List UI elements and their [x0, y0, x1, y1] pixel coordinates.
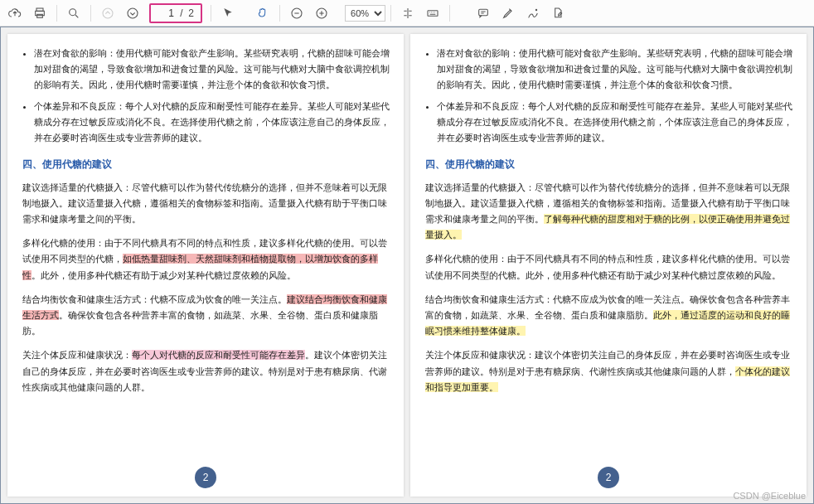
page-right: 潜在对食欲的影响：使用代糖可能对食欲产生影响。某些研究表明，代糖的甜味可能会增加…	[410, 34, 807, 497]
split-vertical-icon[interactable]	[396, 2, 419, 24]
list-item: 个体差异和不良反应：每个人对代糖的反应和耐受性可能存在差异。某些人可能对某些代糖…	[34, 99, 390, 147]
highlight-pink: 每个人对代糖的反应和耐受性可能存在差异	[132, 350, 305, 360]
zoom-select[interactable]: 60%	[345, 5, 385, 22]
svg-rect-8	[428, 10, 438, 16]
zoom-out-icon[interactable]	[285, 2, 308, 24]
paragraph-diverse: 多样化代糖的使用：由于不同代糖具有不同的特点和性质，建议多样化代糖的使用。可以尝…	[22, 235, 390, 284]
paragraph-personal: 关注个体反应和健康状况：每个人对代糖的反应和耐受性可能存在差异。建议个体密切关注…	[22, 347, 390, 395]
edit-page-icon[interactable]	[546, 2, 569, 24]
cloud-upload-icon[interactable]	[3, 2, 27, 24]
paragraph-personal: 关注个体反应和健康状况：建议个体密切关注自己的身体反应，并在必要时咨询医生或专业…	[425, 347, 793, 395]
list-text: 个体差异和不良反应：每个人对代糖的反应和耐受性可能存在差异。某些人可能对某些代糖…	[34, 101, 390, 143]
document-viewer: 潜在对食欲的影响：使用代糖可能对食欲产生影响。某些研究表明，代糖的甜味可能会增加…	[0, 27, 814, 504]
print-icon[interactable]	[28, 2, 51, 24]
page-number-badge: 2	[598, 467, 619, 488]
list-item: 潜在对食欲的影响：使用代糖可能对食欲产生影响。某些研究表明，代糖的甜味可能会增加…	[437, 46, 793, 94]
watermark: CSDN @Eiceblue	[733, 491, 806, 501]
hand-tool-icon[interactable]	[251, 2, 274, 24]
list-text: 潜在对食欲的影响：使用代糖可能对食欲产生影响。某些研究表明，代糖的甜味可能会增加…	[34, 48, 390, 90]
page-down-icon[interactable]	[121, 2, 144, 24]
paragraph-balance: 结合均衡饮食和健康生活方式：代糖不应成为饮食的唯一关注点。建议结合均衡饮食和健康…	[22, 292, 390, 340]
paragraph-intake: 建议选择适量的代糖摄入：尽管代糖可以作为替代传统糖分的选择，但并不意味着可以无限…	[425, 180, 793, 244]
keyboard-icon[interactable]	[421, 2, 444, 24]
bullet-list: 潜在对食欲的影响：使用代糖可能对食欲产生影响。某些研究表明，代糖的甜味可能会增加…	[425, 46, 793, 146]
separator	[279, 5, 280, 22]
paragraph-balance: 结合均衡饮食和健康生活方式：代糖不应成为饮食的唯一关注点。确保饮食包含各种营养丰…	[425, 292, 793, 340]
text: 。确保饮食包含各种营养丰富的食物，如蔬菜、水果、全谷物、蛋白质和健康脂肪。	[22, 310, 378, 336]
section-title: 四、使用代糖的建议	[425, 156, 793, 172]
svg-point-4	[103, 8, 113, 18]
page-total-label: / 2	[176, 7, 197, 19]
svg-rect-9	[479, 9, 488, 15]
text: 建议选择适量的代糖摄入：尽管代糖可以作为替代传统糖分的选择，但并不意味着可以无限…	[22, 182, 387, 224]
draw-icon[interactable]	[521, 2, 545, 24]
separator	[390, 5, 391, 22]
list-text: 个体差异和不良反应：每个人对代糖的反应和耐受性可能存在差异。某些人可能对某些代糖…	[437, 101, 792, 143]
svg-point-10	[535, 9, 536, 10]
list-item: 潜在对食欲的影响：使用代糖可能对食欲产生影响。某些研究表明，代糖的甜味可能会增加…	[34, 46, 390, 94]
list-item: 个体差异和不良反应：每个人对代糖的反应和耐受性可能存在差异。某些人可能对某些代糖…	[437, 99, 793, 147]
svg-point-5	[128, 8, 138, 18]
svg-point-3	[70, 8, 76, 15]
paragraph-diverse: 多样化代糖的使用：由于不同代糖具有不同的特点和性质，建议多样化代糖的使用。可以尝…	[425, 251, 793, 283]
page-up-icon[interactable]	[96, 2, 119, 24]
text: 关注个体反应和健康状况：	[22, 350, 132, 360]
text: 结合均衡饮食和健康生活方式：代糖不应成为饮食的唯一关注点。	[22, 294, 287, 304]
highlight-icon[interactable]	[497, 2, 520, 24]
page-indicator: / 2	[149, 3, 202, 23]
svg-rect-2	[37, 14, 43, 17]
find-icon[interactable]	[62, 2, 85, 24]
paragraph-intake: 建议选择适量的代糖摄入：尽管代糖可以作为替代传统糖分的选择，但并不意味着可以无限…	[22, 180, 390, 228]
section-title: 四、使用代糖的建议	[22, 156, 390, 172]
separator	[449, 5, 450, 22]
page-number-badge: 2	[195, 467, 216, 488]
page-left: 潜在对食欲的影响：使用代糖可能对食欲产生影响。某些研究表明，代糖的甜味可能会增加…	[7, 34, 404, 497]
text: 多样化代糖的使用：由于不同代糖具有不同的特点和性质，建议多样化代糖的使用。可以尝…	[425, 254, 790, 279]
toolbar: / 2 60%	[0, 0, 814, 27]
list-text: 潜在对食欲的影响：使用代糖可能对食欲产生影响。某些研究表明，代糖的甜味可能会增加…	[437, 48, 792, 90]
separator	[56, 5, 57, 22]
comment-icon[interactable]	[472, 2, 495, 24]
separator	[90, 5, 91, 22]
separator	[211, 5, 211, 22]
page-number-input[interactable]	[154, 7, 176, 19]
zoom-in-icon[interactable]	[310, 2, 333, 24]
bullet-list: 潜在对食欲的影响：使用代糖可能对食欲产生影响。某些研究表明，代糖的甜味可能会增加…	[22, 46, 390, 146]
select-tool-icon[interactable]	[216, 2, 240, 24]
text: 。此外，使用多种代糖还有助于减少对某种代糖过度依赖的风险。	[31, 270, 296, 280]
